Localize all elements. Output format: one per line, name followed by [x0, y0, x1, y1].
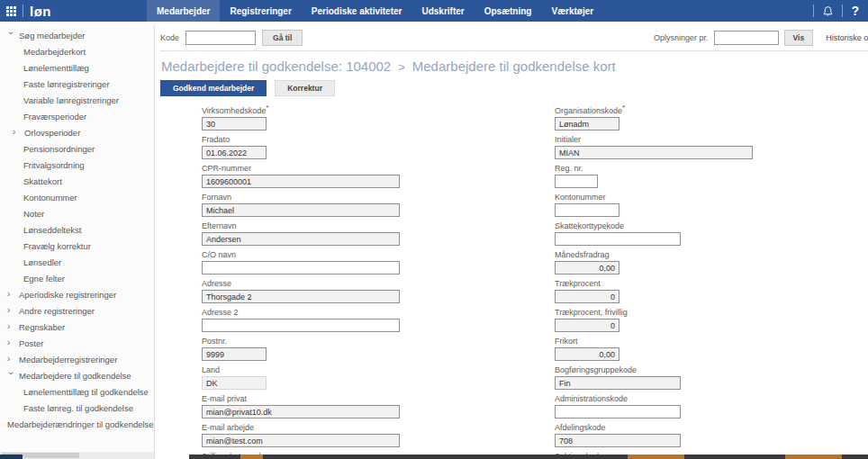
sidebar-nav-tree: ›Søg medarbejderMedarbejderkortLønelemen…: [0, 25, 155, 459]
field-input-cpr-nummer[interactable]: [202, 175, 400, 188]
field-input-tr-kprocent-frivillig[interactable]: [555, 319, 619, 332]
field-input-postnr[interactable]: [202, 347, 267, 361]
field-label: Adresse: [202, 279, 555, 288]
sidebar-item-skattekort[interactable]: Skattekort: [0, 173, 154, 189]
form-field-administrationskode: Administrationskode: [555, 394, 868, 418]
field-input-virksomhedskode[interactable]: [202, 117, 267, 130]
sidebar-item-pensionsordninger[interactable]: Pensionsordninger: [0, 140, 154, 157]
field-input-m-nedsfradrag[interactable]: [555, 261, 619, 274]
field-input-adresse[interactable]: [202, 290, 400, 303]
sidebar-item-medarbejdere-til-godkendelse[interactable]: ›Medarbejdere til godkendelse: [0, 367, 154, 383]
field-input-bogf-ringsgruppekode[interactable]: [555, 376, 681, 390]
app-logo[interactable]: løn: [30, 4, 51, 19]
sidebar-item-poster[interactable]: ›Poster: [0, 335, 154, 351]
sidebar-item-frav-rsperioder[interactable]: Fraværsperioder: [0, 108, 154, 124]
sidebar-item-faste-l-nreg-til-godkendelse[interactable]: Faste lønreg. til godkendelse: [0, 400, 154, 416]
kode-input[interactable]: [185, 31, 256, 45]
field-input-e-mail-arbejde[interactable]: [202, 434, 400, 447]
field-label: Fornavn: [202, 193, 555, 202]
sidebar-item-medarbejder-ndringer-til-godkendelse[interactable]: Medarbejderændringer til godkendelse: [0, 416, 154, 432]
nav-tab-v-rkt-jer[interactable]: Værktøjer: [541, 0, 603, 22]
sidebar-item-s-g-medarbejder[interactable]: ›Søg medarbejder: [0, 27, 154, 43]
field-input-tr-kprocent[interactable]: [555, 290, 619, 303]
field-input-organisationskode[interactable]: [555, 117, 619, 130]
chevron-right-icon[interactable]: ›: [7, 338, 14, 347]
taskbar-sliver-accent: [240, 454, 263, 459]
chevron-right-icon[interactable]: ›: [7, 322, 14, 331]
chevron-right-icon[interactable]: ›: [13, 128, 20, 137]
sidebar-item-l-nseddeltekst[interactable]: Lønseddeltekst: [0, 221, 154, 238]
sidebar-item-variable-l-nregistreringer[interactable]: Variable lønregistreringer: [0, 92, 154, 108]
app-launcher-icon[interactable]: [6, 6, 16, 16]
field-input-administrationskode[interactable]: [555, 405, 681, 418]
breadcrumb-root[interactable]: Medarbejdere til godkendelse: 104002: [161, 58, 391, 74]
sidebar-item-medarbejderkort[interactable]: Medarbejderkort: [0, 43, 154, 59]
sidebar-item-label: Aperiodiske registreringer: [19, 290, 116, 300]
oplysninger-date-input[interactable]: [714, 31, 779, 45]
field-input-skattekorttypekode[interactable]: [555, 232, 681, 246]
nav-tab-medarbejder[interactable]: Medarbejder: [147, 0, 220, 22]
sidebar-item-aperiodiske-registreringer[interactable]: ›Aperiodiske registreringer: [0, 286, 154, 302]
action-buttons: Godkend medarbejder Korrektur: [160, 80, 868, 96]
breadcrumb-separator: >: [398, 60, 405, 74]
field-input-c-o-navn[interactable]: [202, 261, 400, 274]
sidebar-item-label: Lønsedler: [23, 257, 61, 267]
form-field-e-mail-privat: E-mail privat: [202, 394, 555, 418]
chevron-right-icon[interactable]: ›: [7, 306, 14, 315]
nav-tab-periodiske-aktiviteter[interactable]: Periodiske aktiviteter: [302, 0, 412, 22]
app-window: { "topbar": { "logo": "løn", "help": "?"…: [0, 0, 868, 459]
help-icon[interactable]: ?: [851, 4, 859, 18]
form-field-c-o-navn: C/O navn: [202, 250, 555, 274]
sidebar-item-kontonummer[interactable]: Kontonummer: [0, 189, 154, 205]
field-input-adresse-2[interactable]: [202, 319, 400, 332]
sidebar-item-frav-lg-korrektur[interactable]: Fravælg korrektur: [0, 238, 154, 254]
field-input-land[interactable]: [202, 376, 267, 390]
field-input-fornavn[interactable]: [202, 203, 400, 217]
sidebar-item-andre-registreringer[interactable]: ›Andre registreringer: [0, 302, 154, 319]
sidebar-horizontal-scrollbar[interactable]: [0, 452, 154, 459]
vis-button[interactable]: Vis: [784, 30, 814, 46]
nav-tab-registreringer[interactable]: Registreringer: [220, 0, 301, 22]
chevron-down-icon[interactable]: ›: [6, 32, 15, 39]
goto-button[interactable]: Gå til: [262, 30, 303, 46]
field-label: Fradato: [202, 135, 555, 144]
godkend-medarbejder-button[interactable]: Godkend medarbejder: [160, 80, 267, 96]
sidebar-item-egne-felter[interactable]: Egne felter: [0, 270, 154, 286]
sidebar-item-l-nsedler[interactable]: Lønsedler: [0, 254, 154, 270]
notifications-bell-icon[interactable]: [822, 5, 834, 17]
chevron-down-icon[interactable]: ›: [6, 372, 15, 379]
top-bar: løn MedarbejderRegistreringerPeriodiske …: [0, 0, 868, 22]
field-label: Frikort: [555, 337, 868, 346]
sidebar-item-regnskaber[interactable]: ›Regnskaber: [0, 319, 154, 335]
chevron-right-icon[interactable]: ›: [7, 290, 14, 299]
form-field-organisationskode: Organisationskode*: [555, 104, 868, 130]
field-input-initialer[interactable]: [555, 146, 753, 159]
field-input-reg-nr[interactable]: [555, 175, 598, 188]
field-input-frikort[interactable]: [555, 347, 619, 361]
form-field-frikort: Frikort: [555, 337, 868, 361]
sidebar-item-medarbejderregistreringer[interactable]: ›Medarbejderregistreringer: [0, 351, 154, 367]
form-column-right: Organisationskode*InitialerReg. nr.Konto…: [555, 104, 868, 459]
field-input-afdelingskode[interactable]: [555, 434, 681, 447]
sidebar-item-orlovsperioder[interactable]: ›Orlovsperioder: [0, 124, 154, 140]
form-field-tr-kprocent-frivillig: Trækprocent, frivillig: [555, 308, 868, 332]
nav-tab-ops-tning[interactable]: Opsætning: [475, 0, 542, 22]
historiske-oplysninger-link[interactable]: Historiske oplysninger: [826, 33, 868, 42]
sidebar-item-label: Kontonummer: [23, 193, 77, 202]
sidebar-item-fritvalgsordning[interactable]: Fritvalgsordning: [0, 157, 154, 173]
sidebar-item-noter[interactable]: Noter: [0, 205, 154, 221]
nav-tab-udskrifter[interactable]: Udskrifter: [411, 0, 474, 22]
chevron-right-icon[interactable]: ›: [7, 355, 14, 364]
field-input-efternavn[interactable]: [202, 232, 400, 246]
sidebar-item-faste-l-nregistreringer[interactable]: Faste lønregistreringer: [0, 76, 154, 92]
field-input-fradato[interactable]: [202, 146, 267, 159]
field-input-e-mail-privat[interactable]: [202, 405, 400, 418]
korrektur-button[interactable]: Korrektur: [275, 80, 335, 96]
field-input-kontonummer[interactable]: [555, 203, 619, 217]
field-label: Administrationskode: [555, 394, 868, 403]
sidebar-item-label: Faste lønreg. til godkendelse: [23, 403, 133, 413]
sidebar-item-l-nelementtill-g-til-godkendelse[interactable]: Lønelementtillæg til godkendelse: [0, 383, 154, 400]
toolbar-row: Kode Gå til Oplysninger pr. Vis Historis…: [160, 25, 868, 51]
sidebar-item-label: Medarbejderændringer til godkendelse: [7, 419, 154, 429]
sidebar-item-l-nelementtill-g[interactable]: Lønelementtillæg: [0, 59, 154, 76]
